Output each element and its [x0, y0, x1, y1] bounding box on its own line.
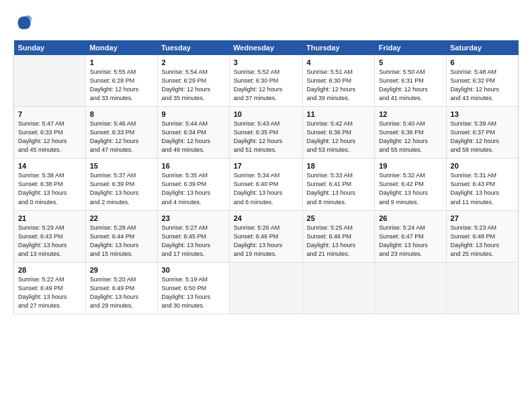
day-cell — [375, 262, 446, 314]
weekday-header-friday: Friday — [375, 40, 446, 55]
day-info: Sunrise: 5:20 AM Sunset: 6:49 PM Dayligh… — [90, 275, 153, 310]
day-number: 12 — [379, 110, 441, 118]
day-number: 9 — [162, 110, 225, 118]
day-number: 19 — [379, 162, 441, 170]
day-cell: 7Sunrise: 5:47 AM Sunset: 6:33 PM Daylig… — [14, 107, 86, 158]
day-cell: 13Sunrise: 5:39 AM Sunset: 6:37 PM Dayli… — [446, 107, 518, 158]
day-cell: 12Sunrise: 5:40 AM Sunset: 6:36 PM Dayli… — [375, 107, 446, 158]
day-cell — [446, 262, 518, 314]
day-info: Sunrise: 5:47 AM Sunset: 6:33 PM Dayligh… — [18, 120, 81, 154]
day-number: 13 — [451, 110, 514, 118]
weekday-header-sunday: Sunday — [14, 40, 86, 55]
day-info: Sunrise: 5:32 AM Sunset: 6:42 PM Dayligh… — [379, 171, 441, 206]
weekday-header-monday: Monday — [85, 40, 157, 55]
day-info: Sunrise: 5:39 AM Sunset: 6:37 PM Dayligh… — [451, 120, 514, 154]
day-info: Sunrise: 5:48 AM Sunset: 6:32 PM Dayligh… — [451, 68, 514, 103]
day-info: Sunrise: 5:46 AM Sunset: 6:33 PM Dayligh… — [90, 120, 153, 154]
day-number: 23 — [162, 214, 225, 222]
day-info: Sunrise: 5:19 AM Sunset: 6:50 PM Dayligh… — [162, 275, 225, 310]
day-info: Sunrise: 5:43 AM Sunset: 6:35 PM Dayligh… — [234, 120, 298, 154]
day-info: Sunrise: 5:34 AM Sunset: 6:40 PM Dayligh… — [234, 171, 298, 206]
day-cell: 6Sunrise: 5:48 AM Sunset: 6:32 PM Daylig… — [446, 55, 518, 107]
week-row-4: 21Sunrise: 5:29 AM Sunset: 6:43 PM Dayli… — [14, 210, 519, 262]
day-cell: 9Sunrise: 5:44 AM Sunset: 6:34 PM Daylig… — [157, 107, 229, 158]
day-cell: 25Sunrise: 5:25 AM Sunset: 6:46 PM Dayli… — [302, 210, 375, 262]
day-cell — [14, 55, 86, 107]
day-number: 8 — [90, 110, 153, 118]
day-cell: 1Sunrise: 5:55 AM Sunset: 6:28 PM Daylig… — [85, 55, 157, 107]
day-info: Sunrise: 5:24 AM Sunset: 6:47 PM Dayligh… — [379, 224, 441, 259]
day-cell: 29Sunrise: 5:20 AM Sunset: 6:49 PM Dayli… — [85, 262, 157, 314]
weekday-header-row: SundayMondayTuesdayWednesdayThursdayFrid… — [14, 40, 519, 55]
day-info: Sunrise: 5:33 AM Sunset: 6:41 PM Dayligh… — [307, 171, 371, 206]
day-info: Sunrise: 5:26 AM Sunset: 6:46 PM Dayligh… — [234, 224, 298, 259]
day-info: Sunrise: 5:42 AM Sunset: 6:36 PM Dayligh… — [307, 120, 371, 154]
day-cell: 3Sunrise: 5:52 AM Sunset: 6:30 PM Daylig… — [229, 55, 302, 107]
day-number: 4 — [307, 58, 371, 66]
day-info: Sunrise: 5:54 AM Sunset: 6:29 PM Dayligh… — [162, 68, 225, 103]
day-number: 18 — [307, 162, 371, 170]
day-number: 22 — [90, 214, 153, 222]
day-number: 3 — [234, 58, 298, 66]
day-number: 11 — [307, 110, 371, 118]
calendar-table: SundayMondayTuesdayWednesdayThursdayFrid… — [13, 40, 519, 314]
day-cell: 26Sunrise: 5:24 AM Sunset: 6:47 PM Dayli… — [375, 210, 446, 262]
logo — [13, 12, 39, 34]
page: SundayMondayTuesdayWednesdayThursdayFrid… — [0, 0, 532, 411]
day-info: Sunrise: 5:40 AM Sunset: 6:36 PM Dayligh… — [379, 120, 441, 154]
day-info: Sunrise: 5:35 AM Sunset: 6:39 PM Dayligh… — [162, 171, 225, 206]
day-info: Sunrise: 5:37 AM Sunset: 6:39 PM Dayligh… — [90, 171, 153, 206]
weekday-header-saturday: Saturday — [446, 40, 518, 55]
day-cell: 21Sunrise: 5:29 AM Sunset: 6:43 PM Dayli… — [14, 210, 86, 262]
day-cell: 4Sunrise: 5:51 AM Sunset: 6:30 PM Daylig… — [302, 55, 375, 107]
week-row-2: 7Sunrise: 5:47 AM Sunset: 6:33 PM Daylig… — [14, 107, 519, 158]
header — [13, 12, 519, 34]
day-number: 24 — [234, 214, 298, 222]
day-cell: 11Sunrise: 5:42 AM Sunset: 6:36 PM Dayli… — [302, 107, 375, 158]
day-info: Sunrise: 5:25 AM Sunset: 6:46 PM Dayligh… — [307, 224, 371, 259]
day-info: Sunrise: 5:50 AM Sunset: 6:31 PM Dayligh… — [379, 68, 441, 103]
day-cell: 18Sunrise: 5:33 AM Sunset: 6:41 PM Dayli… — [302, 158, 375, 210]
day-info: Sunrise: 5:22 AM Sunset: 6:49 PM Dayligh… — [18, 275, 81, 310]
day-info: Sunrise: 5:51 AM Sunset: 6:30 PM Dayligh… — [307, 68, 371, 103]
day-info: Sunrise: 5:23 AM Sunset: 6:48 PM Dayligh… — [451, 224, 514, 259]
day-number: 15 — [90, 162, 153, 170]
day-number: 2 — [162, 58, 225, 66]
day-cell: 30Sunrise: 5:19 AM Sunset: 6:50 PM Dayli… — [157, 262, 229, 314]
day-cell: 10Sunrise: 5:43 AM Sunset: 6:35 PM Dayli… — [229, 107, 302, 158]
day-info: Sunrise: 5:52 AM Sunset: 6:30 PM Dayligh… — [234, 68, 298, 103]
day-number: 27 — [451, 214, 514, 222]
day-cell: 20Sunrise: 5:31 AM Sunset: 6:43 PM Dayli… — [446, 158, 518, 210]
day-cell: 23Sunrise: 5:27 AM Sunset: 6:45 PM Dayli… — [157, 210, 229, 262]
day-cell: 22Sunrise: 5:28 AM Sunset: 6:44 PM Dayli… — [85, 210, 157, 262]
day-number: 26 — [379, 214, 441, 222]
week-row-5: 28Sunrise: 5:22 AM Sunset: 6:49 PM Dayli… — [14, 262, 519, 314]
day-cell: 17Sunrise: 5:34 AM Sunset: 6:40 PM Dayli… — [229, 158, 302, 210]
weekday-header-wednesday: Wednesday — [229, 40, 302, 55]
day-info: Sunrise: 5:31 AM Sunset: 6:43 PM Dayligh… — [451, 171, 514, 206]
day-cell: 28Sunrise: 5:22 AM Sunset: 6:49 PM Dayli… — [14, 262, 86, 314]
day-info: Sunrise: 5:27 AM Sunset: 6:45 PM Dayligh… — [162, 224, 225, 259]
day-info: Sunrise: 5:44 AM Sunset: 6:34 PM Dayligh… — [162, 120, 225, 154]
day-number: 29 — [90, 266, 153, 274]
day-number: 28 — [18, 266, 81, 274]
week-row-1: 1Sunrise: 5:55 AM Sunset: 6:28 PM Daylig… — [14, 55, 519, 107]
logo-icon — [13, 12, 35, 34]
day-cell: 16Sunrise: 5:35 AM Sunset: 6:39 PM Dayli… — [157, 158, 229, 210]
day-cell: 15Sunrise: 5:37 AM Sunset: 6:39 PM Dayli… — [85, 158, 157, 210]
weekday-header-tuesday: Tuesday — [157, 40, 229, 55]
day-cell: 2Sunrise: 5:54 AM Sunset: 6:29 PM Daylig… — [157, 55, 229, 107]
day-number: 25 — [307, 214, 371, 222]
day-info: Sunrise: 5:38 AM Sunset: 6:38 PM Dayligh… — [18, 171, 81, 206]
day-number: 20 — [451, 162, 514, 170]
day-cell: 14Sunrise: 5:38 AM Sunset: 6:38 PM Dayli… — [14, 158, 86, 210]
day-info: Sunrise: 5:29 AM Sunset: 6:43 PM Dayligh… — [18, 224, 81, 259]
day-number: 6 — [451, 58, 514, 66]
day-number: 17 — [234, 162, 298, 170]
week-row-3: 14Sunrise: 5:38 AM Sunset: 6:38 PM Dayli… — [14, 158, 519, 210]
day-cell: 5Sunrise: 5:50 AM Sunset: 6:31 PM Daylig… — [375, 55, 446, 107]
day-cell — [229, 262, 302, 314]
day-cell — [302, 262, 375, 314]
day-cell: 24Sunrise: 5:26 AM Sunset: 6:46 PM Dayli… — [229, 210, 302, 262]
day-number: 21 — [18, 214, 81, 222]
